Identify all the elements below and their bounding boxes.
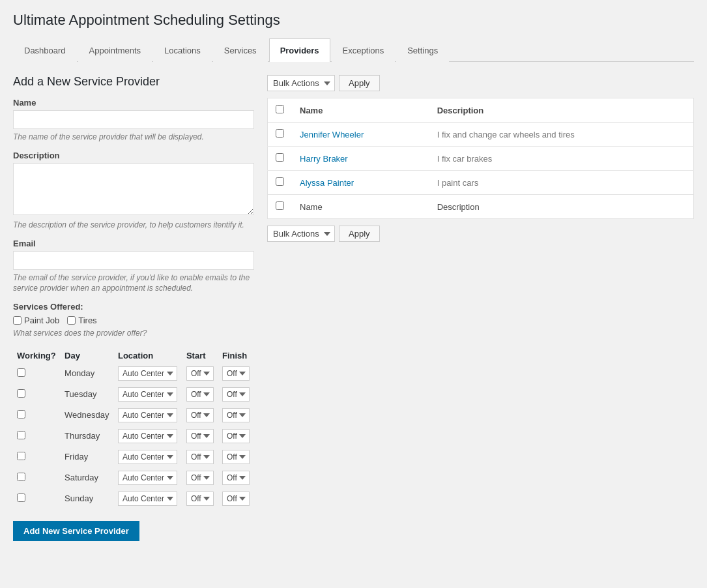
right-panel: Bulk Actions Apply Name Description Jen bbox=[267, 75, 694, 248]
top-apply-button[interactable]: Apply bbox=[339, 75, 380, 91]
tab-dashboard[interactable]: Dashboard bbox=[13, 38, 77, 62]
schedule-working-tuesday[interactable] bbox=[17, 389, 25, 398]
schedule-location-saturday[interactable]: Auto Center bbox=[118, 471, 177, 485]
description-input[interactable] bbox=[13, 163, 254, 215]
table-footer-checkbox-col bbox=[268, 195, 293, 219]
provider-name-link-1[interactable]: Harry Braker bbox=[300, 154, 348, 164]
description-hint: The description of the service provider,… bbox=[13, 220, 254, 231]
schedule-location-wednesday[interactable]: Auto Center bbox=[118, 408, 177, 422]
tab-settings[interactable]: Settings bbox=[396, 38, 449, 62]
main-layout: Add a New Service Provider Name The name… bbox=[13, 75, 694, 541]
schedule-location-tuesday[interactable]: Auto Center bbox=[118, 387, 177, 402]
schedule-day-saturday: Saturday bbox=[61, 467, 114, 488]
schedule-row: WednesdayAuto CenterOffOff bbox=[13, 405, 254, 426]
table-row: Jennifer WheelerI fix and change car whe… bbox=[268, 123, 694, 147]
schedule-working-sunday[interactable] bbox=[17, 493, 25, 502]
table-header-description: Description bbox=[429, 98, 694, 123]
service-tires[interactable]: Tires bbox=[67, 316, 96, 325]
provider-checkbox-0[interactable] bbox=[276, 129, 284, 138]
tab-services[interactable]: Services bbox=[213, 38, 268, 62]
schedule-start-tuesday[interactable]: Off bbox=[186, 387, 214, 402]
table-row: Harry BrakerI fix car brakes bbox=[268, 147, 694, 171]
bottom-bulk-actions-select[interactable]: Bulk Actions bbox=[267, 226, 335, 242]
table-select-all-top[interactable] bbox=[276, 105, 284, 113]
provider-table: Name Description Jennifer WheelerI fix a… bbox=[267, 98, 694, 219]
services-hint: What services does the provider offer? bbox=[13, 328, 254, 339]
schedule-location-sunday[interactable]: Auto Center bbox=[118, 492, 177, 506]
schedule-row: FridayAuto CenterOffOff bbox=[13, 447, 254, 467]
email-hint: The email of the service provider, if yo… bbox=[13, 272, 254, 295]
schedule-row: ThursdayAuto CenterOffOff bbox=[13, 426, 254, 447]
tabs-bar: Dashboard Appointments Locations Service… bbox=[13, 38, 694, 62]
schedule-working-monday[interactable] bbox=[17, 368, 25, 377]
schedule-row: MondayAuto CenterOffOff bbox=[13, 363, 254, 384]
email-label: Email bbox=[13, 239, 254, 248]
service-paint-job-label: Paint Job bbox=[24, 316, 59, 325]
schedule-finish-tuesday[interactable]: Off bbox=[222, 387, 250, 402]
schedule-start-thursday[interactable]: Off bbox=[186, 429, 214, 443]
provider-description-2: I paint cars bbox=[429, 171, 694, 195]
schedule-start-saturday[interactable]: Off bbox=[186, 471, 214, 485]
schedule-working-friday[interactable] bbox=[17, 452, 25, 460]
schedule-header-start: Start bbox=[182, 348, 218, 363]
schedule-day-thursday: Thursday bbox=[61, 426, 114, 447]
table-select-all-bottom[interactable] bbox=[276, 201, 284, 210]
schedule-row: SundayAuto CenterOffOff bbox=[13, 488, 254, 509]
schedule-working-thursday[interactable] bbox=[17, 431, 25, 439]
schedule-day-sunday: Sunday bbox=[61, 488, 114, 509]
service-tires-label: Tires bbox=[78, 316, 96, 325]
page-title: Ultimate Appointment Scheduling Settings bbox=[13, 12, 694, 29]
schedule-finish-saturday[interactable]: Off bbox=[222, 471, 250, 485]
schedule-working-saturday[interactable] bbox=[17, 473, 25, 481]
provider-name-link-0[interactable]: Jennifer Wheeler bbox=[300, 130, 364, 140]
schedule-header-working: Working? bbox=[13, 348, 61, 363]
schedule-day-tuesday: Tuesday bbox=[61, 384, 114, 405]
bottom-apply-button[interactable]: Apply bbox=[339, 226, 380, 242]
left-panel: Add a New Service Provider Name The name… bbox=[13, 75, 254, 541]
schedule-location-friday[interactable]: Auto Center bbox=[118, 450, 177, 464]
provider-checkbox-2[interactable] bbox=[276, 177, 284, 186]
provider-name-link-2[interactable]: Alyssa Painter bbox=[300, 178, 354, 188]
name-hint: The name of the service provider that wi… bbox=[13, 132, 254, 143]
schedule-table: Working? Day Location Start Finish Monda… bbox=[13, 348, 254, 509]
schedule-row: SaturdayAuto CenterOffOff bbox=[13, 467, 254, 488]
schedule-header-location: Location bbox=[114, 348, 182, 363]
name-input[interactable] bbox=[13, 110, 254, 129]
top-bulk-actions-select[interactable]: Bulk Actions bbox=[267, 75, 335, 91]
description-group: Description The description of the servi… bbox=[13, 151, 254, 231]
schedule-header-finish: Finish bbox=[218, 348, 254, 363]
schedule-start-friday[interactable]: Off bbox=[186, 450, 214, 464]
tab-appointments[interactable]: Appointments bbox=[78, 38, 152, 62]
provider-description-0: I fix and change car wheels and tires bbox=[429, 123, 694, 147]
schedule-finish-sunday[interactable]: Off bbox=[222, 492, 250, 506]
schedule-location-monday[interactable]: Auto Center bbox=[118, 366, 177, 381]
add-service-provider-button[interactable]: Add New Service Provider bbox=[13, 521, 139, 541]
schedule-start-monday[interactable]: Off bbox=[186, 366, 214, 381]
schedule-start-wednesday[interactable]: Off bbox=[186, 408, 214, 422]
services-offered-label: Services Offered: bbox=[13, 302, 254, 312]
provider-checkbox-1[interactable] bbox=[276, 153, 284, 162]
service-tires-checkbox[interactable] bbox=[67, 316, 76, 325]
schedule-working-wednesday[interactable] bbox=[17, 410, 25, 419]
schedule-finish-monday[interactable]: Off bbox=[222, 366, 250, 381]
schedule-finish-wednesday[interactable]: Off bbox=[222, 408, 250, 422]
description-label: Description bbox=[13, 151, 254, 160]
schedule-finish-thursday[interactable]: Off bbox=[222, 429, 250, 443]
schedule-location-thursday[interactable]: Auto Center bbox=[118, 429, 177, 443]
top-bulk-bar: Bulk Actions Apply bbox=[267, 75, 694, 91]
email-input[interactable] bbox=[13, 251, 254, 270]
service-paint-job[interactable]: Paint Job bbox=[13, 316, 59, 325]
schedule-finish-friday[interactable]: Off bbox=[222, 450, 250, 464]
services-group: Services Offered: Paint Job Tires What s… bbox=[13, 302, 254, 339]
table-header-checkbox-col bbox=[268, 98, 293, 123]
tab-exceptions[interactable]: Exceptions bbox=[332, 38, 396, 62]
tab-providers[interactable]: Providers bbox=[269, 38, 330, 62]
schedule-row: TuesdayAuto CenterOffOff bbox=[13, 384, 254, 405]
service-paint-job-checkbox[interactable] bbox=[13, 316, 22, 325]
provider-description-1: I fix car brakes bbox=[429, 147, 694, 171]
email-group: Email The email of the service provider,… bbox=[13, 239, 254, 295]
schedule-start-sunday[interactable]: Off bbox=[186, 492, 214, 506]
schedule-header-day: Day bbox=[61, 348, 114, 363]
name-label: Name bbox=[13, 98, 254, 108]
tab-locations[interactable]: Locations bbox=[153, 38, 212, 62]
